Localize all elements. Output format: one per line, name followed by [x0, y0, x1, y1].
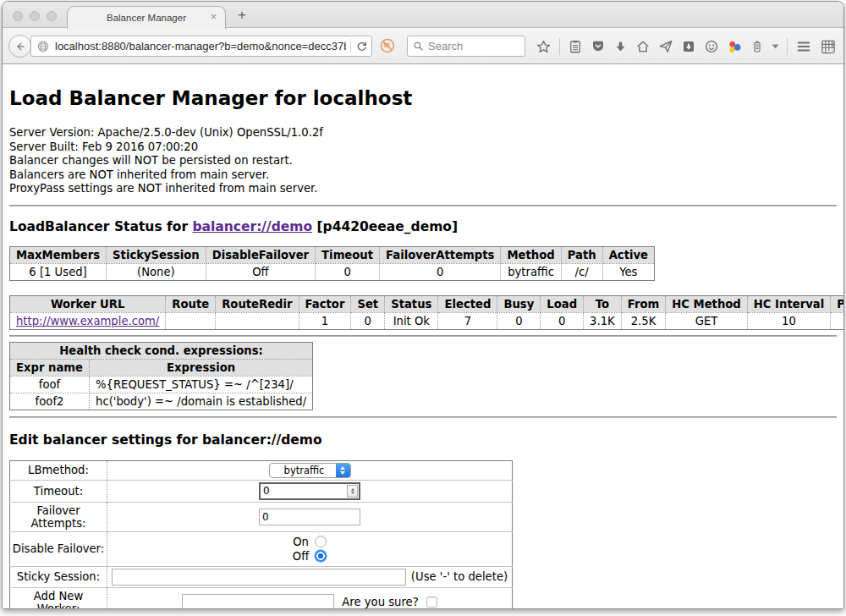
table-cell: 0: [351, 312, 385, 329]
reading-list-icon[interactable]: [568, 39, 583, 54]
sticky-session-input[interactable]: [112, 569, 406, 586]
tiles-grid-icon[interactable]: [820, 39, 837, 55]
globe-icon: [36, 40, 50, 53]
timeout-label: Timeout:: [10, 480, 107, 502]
server-version: Server Version: Apache/2.5.0-dev (Unix) …: [9, 126, 837, 140]
table-cell: Off: [206, 263, 315, 280]
table-cell: 7: [438, 312, 497, 329]
lbmethod-label: LBmethod:: [10, 460, 107, 480]
reader-download-icon[interactable]: [681, 39, 696, 54]
timeout-input[interactable]: [259, 482, 360, 500]
table-cell: [166, 312, 216, 329]
table-header-row: Expr name Expression: [10, 359, 313, 376]
column-header: Timeout: [316, 246, 380, 263]
page-content: Load Balancer Manager for localhost Serv…: [3, 65, 843, 609]
back-button[interactable]: [8, 35, 31, 58]
table-cell: 2.5K: [621, 312, 665, 329]
tab-close-icon[interactable]: ×: [211, 11, 217, 23]
column-header: Set: [351, 295, 385, 312]
section-divider: [9, 205, 837, 206]
are-you-sure-checkbox[interactable]: [426, 597, 437, 608]
worker-url-link[interactable]: http://www.example.com/: [16, 315, 159, 327]
zoom-window-button[interactable]: [47, 11, 57, 21]
radio-on-label: On: [293, 536, 309, 548]
menu-hamburger-icon[interactable]: [795, 40, 812, 53]
column-header: HC Interval: [747, 295, 830, 312]
table-cell: 0: [380, 263, 501, 280]
new-tab-button[interactable]: +: [238, 7, 246, 24]
colorful-dots-icon[interactable]: [727, 39, 743, 55]
column-header: Busy: [497, 295, 541, 312]
table-cell: bytraffic: [501, 263, 561, 280]
column-header: Worker URL: [10, 295, 166, 312]
failover-attempts-label: Failover Attempts:: [10, 502, 107, 531]
bookmark-star-icon[interactable]: [536, 39, 552, 55]
balancer-settings-form: LBmethod: bytraffic Timeout:: [9, 460, 513, 609]
column-header: Expression: [90, 359, 313, 376]
worker-table: Worker URL Route RouteRedir Factor Set S…: [9, 295, 843, 330]
close-window-button[interactable]: [13, 11, 23, 21]
pocket-icon[interactable]: [591, 39, 606, 54]
toolbar-icons: [536, 35, 840, 58]
reload-icon[interactable]: [355, 40, 368, 52]
disable-failover-label: Disable Failover:: [10, 531, 107, 566]
toolbar-separator: [559, 38, 560, 55]
chat-smiley-icon[interactable]: [704, 39, 719, 54]
column-header: HC Method: [666, 295, 748, 312]
health-check-table: Health check cond. expressions: Expr nam…: [9, 342, 313, 410]
content-blocked-icon[interactable]: [379, 37, 396, 54]
table-cell: (None): [107, 263, 206, 280]
search-input[interactable]: [428, 40, 513, 52]
select-stepper-icon: [336, 463, 350, 478]
downloads-icon[interactable]: [613, 40, 628, 54]
home-icon[interactable]: [635, 39, 651, 54]
failover-attempts-input[interactable]: [259, 509, 360, 525]
lbmethod-select[interactable]: bytraffic: [269, 463, 351, 478]
search-icon: [413, 41, 424, 52]
form-row-failover: Failover Attempts:: [10, 502, 513, 531]
column-header: FailoverAttempts: [380, 246, 501, 263]
are-you-sure-label: Are you sure?: [342, 596, 418, 608]
column-header: Route: [166, 295, 216, 312]
search-bar[interactable]: [407, 36, 525, 57]
status-heading-suffix: [p4420eeae_demo]: [312, 219, 458, 234]
form-row-timeout: Timeout:: [10, 480, 513, 502]
balancer-status-table: MaxMembers StickySession DisableFailover…: [9, 246, 655, 281]
expression-cell: hc('body') =~ /domain is established/: [90, 393, 313, 410]
expr-name-cell: foof2: [10, 393, 90, 410]
balancer-link[interactable]: balancer://demo: [192, 219, 312, 234]
column-header: MaxMembers: [10, 246, 107, 263]
edit-settings-heading: Edit balancer settings for balancer://de…: [9, 432, 837, 448]
minimize-window-button[interactable]: [30, 11, 40, 21]
expr-row: foof %{REQUEST_STATUS} =~ /^[234]/: [10, 376, 313, 393]
browser-tab[interactable]: Balancer Manager ×: [67, 6, 226, 29]
overflow-caret-icon[interactable]: [772, 44, 779, 49]
table-cell: 3.1K: [584, 312, 622, 329]
url-bar[interactable]: localhost:8880/balancer-manager?b=demo&n…: [30, 36, 372, 57]
lbmethod-selected-value: bytraffic: [270, 465, 336, 476]
column-header: Expr name: [10, 359, 90, 376]
toolbar-separator: [787, 38, 788, 55]
url-text[interactable]: localhost:8880/balancer-manager?b=demo&n…: [55, 40, 346, 52]
table-cell: 1: [299, 312, 351, 329]
failover-off-radio[interactable]: [315, 550, 327, 562]
battery-icon[interactable]: [750, 39, 764, 54]
failover-on-radio[interactable]: [315, 536, 327, 547]
number-spinner-icon[interactable]: [347, 485, 358, 498]
column-header: Method: [501, 246, 561, 263]
column-header: From: [621, 295, 665, 312]
persist-notice: Balancer changes will NOT be persisted o…: [9, 154, 837, 168]
proxypass-notice: ProxyPass settings are NOT inherited fro…: [9, 182, 837, 196]
status-heading-prefix: LoadBalancer Status for: [9, 219, 192, 234]
browser-window: Balancer Manager × + localhost:8880/bala…: [2, 1, 844, 609]
table-cell: Yes: [602, 263, 654, 280]
add-worker-input[interactable]: [182, 594, 334, 609]
table-cell: 6 [1 Used]: [10, 263, 107, 280]
form-row-add-worker: Add New Worker: Are you sure?: [10, 587, 513, 609]
send-tab-icon[interactable]: [658, 39, 673, 54]
table-cell: Init Ok: [385, 312, 438, 329]
status-heading: LoadBalancer Status for balancer://demo …: [9, 219, 837, 235]
table-cell: GET: [666, 312, 748, 329]
worker-url-cell: http://www.example.com/: [10, 312, 166, 329]
form-row-lbmethod: LBmethod: bytraffic: [10, 460, 513, 480]
